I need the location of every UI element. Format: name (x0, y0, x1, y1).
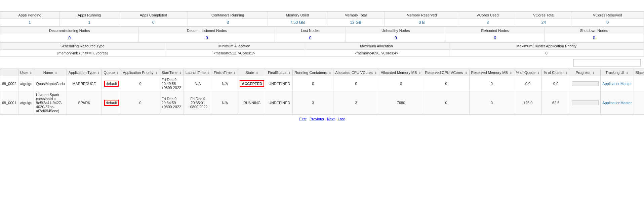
app-user: atguigu (18, 91, 34, 115)
app-launch-time: N/A (184, 76, 212, 91)
app-alloc-mem: 0 (379, 76, 423, 91)
cluster-nodes-table: Decommissioning NodesDecommissioned Node… (0, 27, 644, 42)
app-state: ACCEPTED (238, 76, 266, 91)
pagination-last[interactable]: Last (338, 117, 345, 121)
stats-section: Apps PendingApps RunningApps CompletedCo… (0, 11, 644, 27)
col-header-13[interactable]: Allocated Memory MB ⇕ (379, 69, 423, 76)
app-progress (570, 91, 601, 115)
app-priority: 0 (121, 76, 160, 91)
app-running-containers: 3 (293, 91, 333, 115)
app-pct-cluster: 62.5 (542, 91, 570, 115)
col-header-18[interactable]: Progress ⇕ (570, 69, 601, 76)
app-queue: default (102, 76, 121, 91)
nodes-values-row: 000000 (0, 34, 644, 42)
app-priority: 0 (121, 91, 160, 115)
app-reserved-mem: 0 (469, 91, 514, 115)
app-tracking-ui[interactable]: ApplicationMaster (601, 76, 634, 91)
app-alloc-cpu: 0 (333, 76, 379, 91)
col-header-2[interactable]: Name ⇕ (34, 69, 67, 76)
col-header-10[interactable]: FinalStatus ⇕ (266, 69, 293, 76)
tracking-ui-link[interactable]: ApplicationMaster (602, 82, 632, 86)
app-running-containers: 0 (293, 76, 333, 91)
col-header-11[interactable]: Running Containers ⇕ (293, 69, 333, 76)
pagination-text: First Previous Next Last (299, 117, 345, 121)
annotations-row (0, 8, 644, 11)
app-launch-time: Fri Dec 9 20:35:01 +0800 2022 (184, 91, 212, 115)
table-row: 69_0001atguiguHive on Spark (sessionId =… (0, 91, 644, 115)
top-bar (0, 0, 644, 3)
cluster-nodes-section: Decommissioning NodesDecommissioned Node… (0, 27, 644, 42)
table-row: 69_0002atguiguQuasiMonteCarloMAPREDUCEde… (0, 76, 644, 91)
sched-headers-row: Scheduling Resource TypeMinimum Allocati… (0, 43, 644, 50)
pagination-first[interactable]: First (299, 117, 306, 121)
pagination-previous[interactable]: Previous (310, 117, 324, 121)
col-header-20[interactable]: Blacklisted Nodes ⇕ (634, 69, 644, 76)
stats-headers-row: Apps PendingApps RunningApps CompletedCo… (0, 12, 644, 19)
app-type: SPARK (67, 91, 102, 115)
app-final-status: UNDEFINED (266, 91, 293, 115)
col-header-6[interactable]: StartTime ⇕ (160, 69, 184, 76)
apps-table-wrapper: User ⇕Name ⇕Application Type ⇕Queue ⇕App… (0, 69, 644, 115)
app-id: 69_0001 (0, 91, 18, 115)
app-reserved-mem: 0 (469, 76, 514, 91)
app-type: MAPREDUCE (67, 76, 102, 91)
page-title (0, 3, 644, 8)
progress-bar-container (572, 81, 599, 86)
search-input[interactable] (573, 59, 641, 67)
app-queue: default (102, 91, 121, 115)
app-pct-queue: 0.0 (514, 76, 542, 91)
queue-badge: default (104, 100, 119, 106)
col-header-14[interactable]: Reserved CPU VCores ⇕ (423, 69, 469, 76)
app-tracking-ui[interactable]: ApplicationMaster (601, 91, 634, 115)
app-final-status: UNDEFINED (266, 76, 293, 91)
col-header-16[interactable]: % of Queue ⇕ (514, 69, 542, 76)
nodes-headers-row: Decommissioning NodesDecommissioned Node… (0, 27, 644, 34)
tracking-ui-link[interactable]: ApplicationMaster (602, 101, 632, 105)
stats-table: Apps PendingApps RunningApps CompletedCo… (0, 11, 644, 27)
app-pct-queue: 125.0 (514, 91, 542, 115)
progress-bar-container (572, 100, 599, 105)
col-header-0 (0, 69, 18, 76)
app-alloc-cpu: 3 (333, 91, 379, 115)
pagination-next[interactable]: Next (327, 117, 335, 121)
apps-table: User ⇕Name ⇕Application Type ⇕Queue ⇕App… (0, 69, 644, 115)
app-reserved-cpu: 0 (423, 91, 469, 115)
queue-badge: default (104, 81, 119, 87)
pagination: First Previous Next Last (0, 115, 644, 123)
apps-table-header: User ⇕Name ⇕Application Type ⇕Queue ⇕App… (0, 69, 644, 76)
app-blacklisted: 0 (634, 91, 644, 115)
search-bar (0, 57, 644, 69)
col-header-5[interactable]: Application Priority ⇕ (121, 69, 160, 76)
col-header-12[interactable]: Allocated CPU VCores ⇕ (333, 69, 379, 76)
col-header-4[interactable]: Queue ⇕ (102, 69, 121, 76)
col-header-15[interactable]: Reserved Memory MB ⇕ (469, 69, 514, 76)
apps-table-body: 69_0002atguiguQuasiMonteCarloMAPREDUCEde… (0, 76, 644, 115)
app-id: 69_0002 (0, 76, 18, 91)
scheduler-table: Scheduling Resource TypeMinimum Allocati… (0, 42, 644, 57)
app-start-time: Fri Dec 9 20:34:59 +0800 2022 (160, 91, 184, 115)
app-reserved-cpu: 0 (423, 76, 469, 91)
apps-header-row: User ⇕Name ⇕Application Type ⇕Queue ⇕App… (0, 69, 644, 76)
sched-values-row: [memory-mb (unit=Mi), vcores]<memory:512… (0, 50, 644, 57)
state-badge: ACCEPTED (240, 80, 264, 87)
app-finish-time: N/A (212, 76, 238, 91)
col-header-8[interactable]: FinishTime ⇕ (212, 69, 238, 76)
app-name: Hive on Spark (sessionId = 9e5f2a41-9427… (34, 91, 67, 115)
app-finish-time: N/A (212, 91, 238, 115)
col-header-1[interactable]: User ⇕ (18, 69, 34, 76)
col-header-9[interactable]: State ⇕ (238, 69, 266, 76)
app-user: atguigu (18, 76, 34, 91)
app-state: RUNNING (238, 91, 266, 115)
app-start-time: Fri Dec 9 20:49:58 +0800 2022 (160, 76, 184, 91)
col-header-17[interactable]: % of Cluster ⇕ (542, 69, 570, 76)
app-alloc-mem: 7680 (379, 91, 423, 115)
app-blacklisted: 0 (634, 76, 644, 91)
app-name: QuasiMonteCarlo (34, 76, 67, 91)
stats-values-row: 11037.50 GB12 GB0 B3240 (0, 19, 644, 27)
app-pct-cluster: 0.0 (542, 76, 570, 91)
col-header-7[interactable]: LaunchTime ⇕ (184, 69, 212, 76)
scheduler-section: Scheduling Resource TypeMinimum Allocati… (0, 42, 644, 57)
col-header-3[interactable]: Application Type ⇕ (67, 69, 102, 76)
app-progress (570, 76, 601, 91)
col-header-19[interactable]: Tracking UI ⇕ (601, 69, 634, 76)
